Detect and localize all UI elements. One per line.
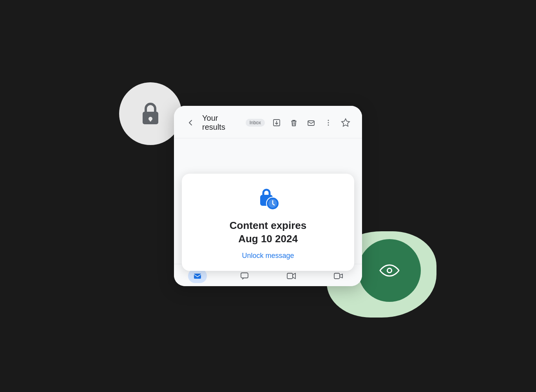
email-subject: Your results <box>202 114 242 132</box>
nav-meet-button[interactable] <box>282 269 301 283</box>
download-button[interactable] <box>270 116 284 130</box>
back-button[interactable] <box>183 116 197 130</box>
star-button[interactable] <box>339 116 353 130</box>
expiry-title: Content expires Aug 10 2024 <box>197 219 339 246</box>
svg-rect-14 <box>194 274 201 279</box>
mark-unread-button[interactable] <box>304 116 318 130</box>
nav-video-button[interactable] <box>329 269 348 283</box>
lock-icon <box>139 100 162 127</box>
email-content-area: Content expires Aug 10 2024 Unlock messa… <box>174 138 362 264</box>
lock-circle-decoration <box>119 82 182 145</box>
subject-area: Your results Inbox <box>202 114 265 132</box>
svg-rect-17 <box>334 273 340 279</box>
svg-rect-16 <box>287 273 293 279</box>
delete-button[interactable] <box>287 116 301 130</box>
svg-rect-2 <box>150 119 151 122</box>
svg-point-8 <box>328 122 329 123</box>
eye-icon <box>379 263 400 278</box>
svg-point-9 <box>328 124 329 125</box>
svg-point-7 <box>328 120 329 121</box>
inbox-badge: Inbox <box>246 119 265 127</box>
email-header: Your results Inbox <box>174 106 362 138</box>
eye-circle-decoration <box>358 239 421 302</box>
unlock-link[interactable]: Unlock message <box>242 252 294 260</box>
svg-point-4 <box>388 269 391 272</box>
nav-mail-button[interactable] <box>188 269 207 283</box>
nav-chat-button[interactable] <box>235 269 254 283</box>
more-options-button[interactable] <box>321 116 335 130</box>
email-card: Your results Inbox <box>174 106 362 286</box>
header-actions <box>270 116 353 130</box>
expiry-overlay-card: Content expires Aug 10 2024 Unlock messa… <box>182 174 354 271</box>
svg-rect-15 <box>241 273 248 278</box>
expiry-icon <box>255 186 281 211</box>
